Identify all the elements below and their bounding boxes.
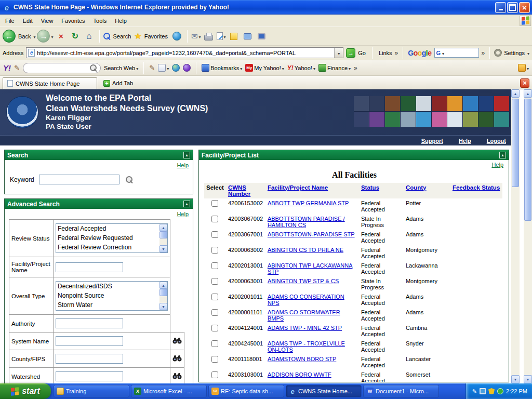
links-button[interactable]: Links: [377, 49, 398, 57]
restore-button[interactable]: [507, 2, 518, 13]
row-select-checkbox[interactable]: [211, 231, 218, 238]
mail-button[interactable]: ✉: [191, 32, 201, 41]
advanced-search-help-link[interactable]: Help: [177, 211, 189, 217]
search-button[interactable]: Search: [103, 33, 133, 40]
keyword-input[interactable]: [39, 175, 119, 184]
task-training[interactable]: Training: [54, 385, 129, 397]
google-search-dropdown-icon[interactable]: [442, 50, 444, 56]
support-link[interactable]: Support: [421, 138, 443, 144]
my-yahoo-button[interactable]: My My Yahoo!: [245, 64, 284, 72]
listbox-option[interactable]: Federal Review Correction: [56, 243, 167, 252]
menu-view[interactable]: View: [37, 16, 58, 26]
menu-edit[interactable]: Edit: [19, 16, 37, 26]
add-tab-button[interactable]: + Add Tab: [99, 77, 137, 89]
yahoo-home-button[interactable]: Y! Yahoo!: [287, 64, 315, 72]
row-select-checkbox[interactable]: [211, 278, 218, 285]
yahoo-dropdown-icon[interactable]: [313, 65, 315, 71]
listbox-option[interactable]: Federal Accepted: [56, 224, 167, 233]
listbox-option[interactable]: Decentralized/ISDS: [56, 282, 167, 291]
address-dropdown-button[interactable]: [334, 48, 343, 58]
row-select-checkbox[interactable]: [211, 309, 218, 316]
browser-scrollbar[interactable]: ▲ ▼: [524, 89, 532, 383]
collapse-panel-icon[interactable]: ▲: [183, 152, 190, 158]
forward-dropdown-icon[interactable]: [51, 33, 53, 39]
menu-tools[interactable]: Tools: [89, 16, 111, 26]
scroll-down-icon[interactable]: ▼: [159, 303, 167, 310]
print-button[interactable]: [203, 30, 215, 43]
scroll-up-icon[interactable]: ▲: [159, 224, 167, 231]
yahoo-messenger-icon[interactable]: [183, 64, 191, 72]
collapse-panel-icon[interactable]: ▲: [183, 201, 190, 207]
pencil-icon[interactable]: ✎: [14, 64, 20, 72]
discuss-button[interactable]: [242, 30, 254, 43]
facility-link[interactable]: ADAMS CO STORMWATER BMPS: [268, 309, 340, 322]
favorites-button[interactable]: ★ Favorites: [134, 31, 169, 41]
google-toolbar-chevron-icon[interactable]: [482, 49, 485, 57]
links-chevron-icon[interactable]: [395, 49, 398, 57]
my-yahoo-dropdown-icon[interactable]: [282, 65, 284, 71]
back-dropdown-icon[interactable]: [33, 33, 35, 39]
menu-favorites[interactable]: Favorites: [57, 16, 89, 26]
facility-link[interactable]: ADAMS CO CONSERVATION NPS: [268, 294, 344, 306]
tab-cwns-state-home-page[interactable]: CWNS State Home Page: [3, 77, 97, 89]
facility-link[interactable]: ADAMS TWP - MINE 42 STP: [268, 325, 342, 331]
scroll-up-icon[interactable]: ▲: [159, 282, 167, 289]
messenger-button[interactable]: [228, 30, 240, 43]
history-button[interactable]: [171, 30, 183, 43]
facility-link[interactable]: ADAMS TWP - TROXELVILLE ON-LOTS: [268, 340, 345, 353]
row-select-checkbox[interactable]: [211, 371, 218, 378]
stop-button[interactable]: ×: [55, 30, 68, 43]
column-facility-name[interactable]: Facility/Project Name: [265, 183, 359, 198]
listbox-scrollbar[interactable]: ▲ ▼: [159, 282, 167, 310]
finance-dropdown-icon[interactable]: [349, 65, 351, 71]
task-excel[interactable]: X Microsoft Excel - ...: [131, 385, 207, 397]
settings-dropdown-icon[interactable]: [527, 50, 529, 56]
tabbar-close-button[interactable]: [520, 78, 529, 88]
column-status[interactable]: Status: [359, 183, 404, 198]
go-button[interactable]: → Go: [346, 48, 367, 58]
overall-type-listbox[interactable]: Decentralized/ISDS Nonpoint Source Storm…: [56, 281, 168, 311]
search-web-dropdown-icon[interactable]: [136, 65, 138, 71]
scroll-down-icon[interactable]: ▼: [159, 245, 167, 252]
row-select-checkbox[interactable]: [211, 262, 218, 269]
row-select-checkbox[interactable]: [211, 340, 218, 347]
edit-dropdown-icon[interactable]: [224, 33, 226, 39]
yahoo-overflow-chevron-icon[interactable]: [354, 64, 357, 72]
yahoo-pen-icon[interactable]: ✎: [149, 64, 155, 72]
inner-frame-scrollbar[interactable]: ▲ ▼: [511, 89, 520, 383]
search-web-button[interactable]: Search Web: [104, 65, 138, 71]
facility-link[interactable]: ABINGTON TWP LACKAWANNA STP: [268, 262, 353, 275]
bookmarks-dropdown-icon[interactable]: [240, 65, 242, 71]
security-shield-icon[interactable]: [488, 388, 495, 394]
edit-button[interactable]: [217, 32, 226, 40]
facility-name-input[interactable]: [56, 262, 123, 272]
menu-help[interactable]: Help: [111, 16, 131, 26]
facility-link[interactable]: ADDISON BORO WWTF: [268, 371, 331, 378]
scrollbar-thumb[interactable]: [524, 99, 531, 221]
binoculars-lookup-icon[interactable]: [172, 356, 182, 363]
watershed-input[interactable]: [56, 371, 123, 381]
scrollbar-thumb[interactable]: [159, 231, 167, 238]
listbox-option[interactable]: Nonpoint Source: [56, 291, 167, 300]
system-name-input[interactable]: [56, 336, 123, 346]
search-magnifier-icon[interactable]: [126, 176, 133, 183]
yahoo-extra-button[interactable]: [518, 64, 529, 72]
row-select-checkbox[interactable]: [211, 294, 218, 300]
logout-link[interactable]: Logout: [487, 138, 506, 144]
search-help-link[interactable]: Help: [177, 162, 189, 168]
listbox-option[interactable]: Federal Review Requested: [56, 233, 167, 243]
row-select-checkbox[interactable]: [211, 356, 218, 363]
pen-tray-icon[interactable]: ✎: [472, 388, 477, 394]
scroll-down-icon[interactable]: ▼: [511, 375, 520, 383]
finance-button[interactable]: Finance: [318, 64, 351, 72]
settings-button[interactable]: Settings: [495, 49, 529, 56]
back-button[interactable]: ← Back: [3, 30, 35, 43]
row-select-checkbox[interactable]: [211, 216, 218, 222]
scroll-up-icon[interactable]: ▲: [524, 89, 532, 98]
facility-link[interactable]: ABBOTT TWP GERMANIA STP: [268, 200, 349, 206]
review-status-listbox[interactable]: Federal Accepted Federal Review Requeste…: [56, 223, 168, 253]
facility-list-help-link[interactable]: Help: [491, 162, 503, 168]
authority-input[interactable]: [56, 318, 123, 328]
task-outlook-message[interactable]: ✉ RE: Septic data sh...: [208, 385, 284, 397]
facility-link[interactable]: ABINGTON TWP STP & CS: [268, 278, 339, 284]
